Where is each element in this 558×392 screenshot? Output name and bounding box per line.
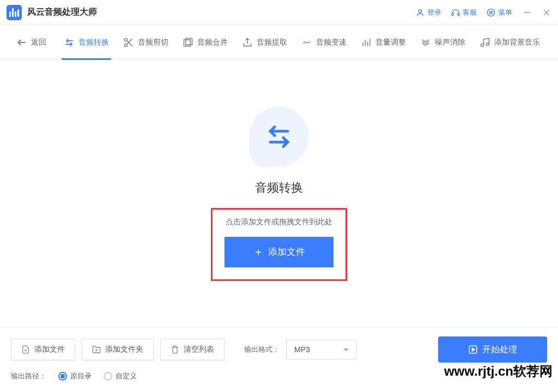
speed-icon bbox=[301, 37, 312, 48]
svg-rect-2 bbox=[458, 13, 459, 15]
radio-unchecked-icon bbox=[104, 372, 112, 381]
svg-point-0 bbox=[418, 9, 421, 12]
svg-point-25 bbox=[487, 42, 489, 45]
folder-plus-icon bbox=[92, 345, 101, 354]
bars-icon bbox=[361, 37, 372, 48]
minimize-button[interactable] bbox=[522, 8, 532, 17]
plus-icon: ＋ bbox=[253, 244, 264, 259]
chevron-down-icon bbox=[343, 347, 349, 352]
support-button[interactable]: 客服 bbox=[451, 8, 477, 17]
navbar: 返回 音频转换 音频剪切 音频合并 音频提取 音频变速 音量调整 噪声消除 添加… bbox=[0, 25, 558, 60]
radio-source-dir[interactable]: 原目录 bbox=[58, 371, 92, 381]
svg-marker-31 bbox=[472, 348, 475, 351]
add-file-button-main[interactable]: ＋ 添加文件 bbox=[225, 237, 333, 267]
tab-audio-extract[interactable]: 音频提取 bbox=[235, 25, 294, 60]
scissors-icon bbox=[123, 37, 134, 48]
music-icon bbox=[480, 37, 490, 48]
menu-button[interactable]: 菜单 bbox=[487, 8, 512, 17]
play-icon bbox=[468, 345, 478, 354]
swap-large-icon bbox=[263, 120, 295, 153]
svg-rect-1 bbox=[452, 13, 453, 15]
radio-custom-dir[interactable]: 自定义 bbox=[104, 371, 137, 381]
svg-point-24 bbox=[481, 44, 484, 46]
tab-audio-cut[interactable]: 音频剪切 bbox=[117, 25, 175, 60]
tab-add-bgm[interactable]: 添加背景音乐 bbox=[473, 25, 547, 60]
upload-box[interactable]: 点击添加文件或拖拽文件到此处 ＋ 添加文件 bbox=[211, 208, 347, 281]
file-plus-icon bbox=[21, 345, 30, 354]
watermark: www.rjtj.cn软荐网 bbox=[444, 363, 553, 380]
tab-volume-adjust[interactable]: 音量调整 bbox=[354, 25, 413, 60]
svg-point-12 bbox=[125, 44, 128, 46]
tab-audio-merge[interactable]: 音频合并 bbox=[176, 25, 234, 60]
login-button[interactable]: 登录 bbox=[416, 8, 441, 17]
swap-icon bbox=[64, 37, 75, 48]
add-file-button[interactable]: 添加文件 bbox=[11, 339, 75, 360]
app-title: 风云音频处理大师 bbox=[27, 7, 97, 18]
svg-point-18 bbox=[308, 41, 310, 43]
upload-hint: 点击添加文件或拖拽文件到此处 bbox=[226, 217, 332, 227]
format-label: 输出格式： bbox=[244, 345, 280, 354]
merge-icon bbox=[183, 37, 193, 48]
svg-point-11 bbox=[125, 38, 128, 41]
svg-point-17 bbox=[304, 41, 305, 43]
headset-icon bbox=[451, 8, 460, 17]
add-folder-button[interactable]: 添加文件夹 bbox=[82, 339, 154, 360]
menu-icon bbox=[487, 8, 495, 17]
back-button[interactable]: 返回 bbox=[10, 25, 56, 60]
extract-icon bbox=[242, 37, 253, 48]
start-button[interactable]: 开始处理 bbox=[438, 336, 547, 363]
clear-list-button[interactable]: 清空列表 bbox=[160, 339, 225, 360]
trash-icon bbox=[171, 345, 179, 354]
tab-audio-speed[interactable]: 音频变速 bbox=[295, 25, 353, 60]
footer: 添加文件 添加文件夹 清空列表 输出格式： MP3 开始处理 输出路径： 原目录… bbox=[0, 327, 558, 392]
radio-checked-icon bbox=[58, 372, 67, 381]
tab-noise-remove[interactable]: 噪声消除 bbox=[414, 25, 472, 60]
tab-audio-convert[interactable]: 音频转换 bbox=[57, 25, 116, 60]
app-logo bbox=[7, 5, 22, 20]
close-button[interactable] bbox=[542, 8, 551, 17]
hero-title: 音频转换 bbox=[255, 180, 303, 196]
user-icon bbox=[416, 8, 424, 17]
arrow-left-icon bbox=[16, 37, 27, 48]
main-content: 音频转换 点击添加文件或拖拽文件到此处 ＋ 添加文件 bbox=[0, 60, 558, 327]
hero-icon bbox=[249, 107, 309, 167]
titlebar: 风云音频处理大师 登录 客服 菜单 bbox=[0, 0, 558, 25]
output-path-label: 输出路径： bbox=[11, 371, 46, 381]
noise-icon bbox=[420, 37, 431, 48]
format-select[interactable]: MP3 bbox=[286, 340, 357, 359]
